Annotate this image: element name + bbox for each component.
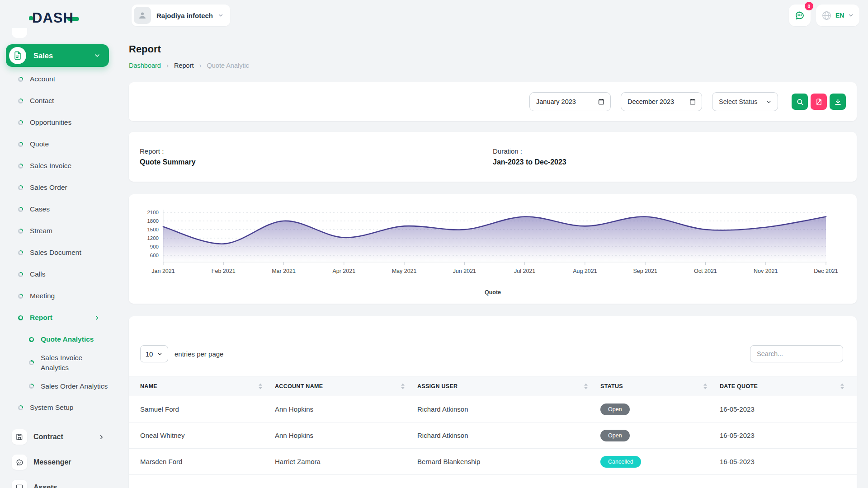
chevron-down-icon [157,351,163,357]
bullet-icon [18,229,23,234]
quotes-table: NAME ACCOUNT NAME ASSIGN USER STATUS DAT… [129,376,857,488]
sidebar-item-stream[interactable]: Stream [0,220,116,242]
sidebar-module-contract[interactable]: Contract [0,424,116,450]
table-body: Samuel Ford Ann Hopkins Richard Atkinson… [129,396,857,488]
bullet-icon [18,77,23,82]
breadcrumb-quote-analytic: Quote Analytic [207,62,249,69]
entries-per-page-select[interactable]: 10 [140,345,168,362]
cell-status: Cancelled [600,449,720,475]
sidebar-module-messenger[interactable]: Messenger [0,450,116,475]
entries-per-page-value: 10 [146,350,153,358]
svg-text:1800: 1800 [147,218,159,224]
sidebar-item-system-setup[interactable]: System Setup [0,397,116,418]
sidebar-item-sales-order[interactable]: Sales Order [0,177,116,198]
sidebar-item-quote[interactable]: Quote [0,133,116,155]
sidebar-module-sales[interactable]: Sales [6,44,109,67]
submenu-report: Quote Analytics Sales Invoice Analytics … [0,328,116,397]
filter-buttons [792,94,846,110]
modules-list: Contract Messenger Assets [0,424,116,488]
chart-legend: Quote [140,289,846,296]
status-badge: Open [600,430,630,441]
file-reset-icon [815,98,823,106]
sidebar-item-calls[interactable]: Calls [0,263,116,285]
status-badge: Cancelled [600,456,641,468]
bullet-icon [18,120,23,125]
sort-icon [840,383,844,389]
language-code: EN [835,12,844,19]
search-button[interactable] [792,94,808,110]
company-selector[interactable]: Rajodiya infotech [132,5,230,26]
table-search-input[interactable] [750,345,843,362]
from-month-value: January 2023 [536,98,576,105]
status-select-value: Select Status [719,98,757,105]
table-row: Samuel Ford Ann Hopkins Richard Atkinson… [129,396,857,422]
sidebar-item-sales-invoice[interactable]: Sales Invoice [0,155,116,177]
sort-icon [401,383,405,389]
column-header-date-quote[interactable]: DATE QUOTE [720,376,857,396]
column-header-account-name[interactable]: ACCOUNT NAME [275,376,417,396]
column-header-status[interactable]: STATUS [600,376,720,396]
svg-text:1200: 1200 [147,235,159,241]
status-select[interactable]: Select Status [712,92,778,111]
svg-text:Apr 2021: Apr 2021 [332,268,355,274]
duration-summary: Duration : Jan-2023 to Dec-2023 [493,147,846,166]
chevron-right-icon [94,314,100,321]
sidebar-item-contact[interactable]: Contact [0,90,116,112]
chat-bubble-icon [12,455,27,470]
svg-text:Feb 2021: Feb 2021 [212,268,236,274]
svg-text:1500: 1500 [147,227,159,232]
sidebar-item-cases[interactable]: Cases [0,198,116,220]
sidebar-subitem-quote-analytics[interactable]: Quote Analytics [0,328,116,350]
sidebar-item-account[interactable]: Account [0,68,116,90]
bullet-icon [18,294,23,299]
sidebar-subitem-sales-order-analytics[interactable]: Sales Order Analytics [0,375,116,397]
breadcrumb-dashboard[interactable]: Dashboard [129,62,161,69]
cell-name: Marsden Ford [129,449,275,475]
breadcrumb-report[interactable]: Report [174,62,194,69]
sidebar-item-sales-document[interactable]: Sales Document [0,242,116,263]
messages-count-badge: 0 [805,2,813,10]
download-button[interactable] [830,94,846,110]
sidebar-item-meeting[interactable]: Meeting [0,285,116,307]
column-header-name[interactable]: NAME [129,376,275,396]
to-month-value: December 2023 [627,98,674,105]
page-title: Report [129,43,161,55]
app-logo[interactable]: DASH [30,10,79,26]
scrolled-module-icon-box [12,28,27,38]
sort-icon [259,383,262,389]
bullet-icon [18,272,23,277]
file-reset-button[interactable] [811,94,827,110]
cell-date-quote: 16-05-2023 [720,422,857,449]
cell-status: Open [600,422,720,449]
to-month-input[interactable]: December 2023 [621,92,702,111]
chat-icon [794,10,805,21]
sidebar-item-report[interactable]: Report [0,307,116,328]
cell-assign-user: Richard Atkinson [417,396,600,422]
svg-text:Jul 2021: Jul 2021 [514,268,535,274]
language-selector[interactable]: EN [816,5,859,26]
sidebar-item-opportunities[interactable]: Opportunities [0,112,116,133]
report-label: Report : [140,147,493,155]
company-name: Rajodiya infotech [156,12,213,19]
sort-icon [584,383,588,389]
cell-account-name: Harriet Zamora [275,449,417,475]
column-header-assign-user[interactable]: ASSIGN USER [417,376,600,396]
bullet-icon [18,142,23,147]
bullet-icon [18,99,23,103]
report-value: Quote Summary [140,158,493,166]
logo-text: DASH [32,10,74,26]
sales-module-label: Sales [33,52,53,60]
report-summary: Report : Quote Summary [140,147,493,166]
breadcrumb: Dashboard › Report › Quote Analytic [129,61,249,69]
bullet-icon [18,405,23,410]
svg-text:2100: 2100 [147,210,159,215]
sidebar-subitem-sales-invoice-analytics[interactable]: Sales Invoice Analytics [0,350,116,375]
breadcrumb-separator: › [199,61,201,69]
sidebar-module-assets[interactable]: Assets [0,475,116,488]
table-controls: 10 entries per page [140,345,843,362]
messages-button[interactable]: 0 [789,5,811,26]
svg-text:Aug 2021: Aug 2021 [573,268,597,274]
bullet-icon [18,185,23,190]
from-month-input[interactable]: January 2023 [529,92,611,111]
bullet-icon [18,207,23,212]
